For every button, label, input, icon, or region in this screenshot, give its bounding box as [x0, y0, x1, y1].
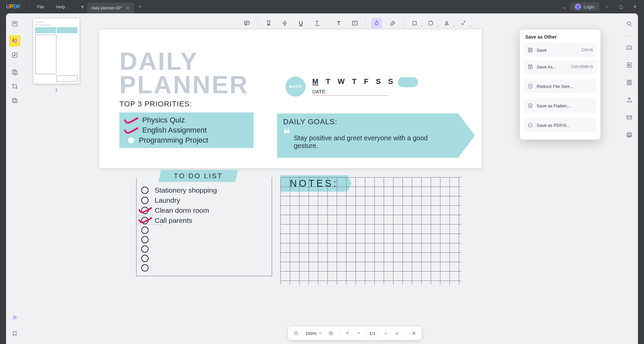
annotation-selection[interactable] — [138, 215, 161, 225]
login-button[interactable]: 👤 Login — [570, 2, 599, 11]
todo-row: Stationery shopping — [141, 185, 267, 195]
save-flatten-button[interactable]: Save as Flatten... — [524, 99, 596, 113]
svg-rect-38 — [628, 82, 630, 84]
todo-checkbox — [141, 255, 149, 262]
page-control-bar: 189% ▼ 1 / 1 ✕ — [288, 327, 422, 340]
tool-pencil-icon[interactable] — [371, 18, 382, 29]
page-thumbnail[interactable]: DAILYPLANNER — [33, 18, 80, 84]
weekday-4: F — [364, 77, 368, 86]
tab-list-dropdown[interactable]: ▾ — [78, 2, 87, 11]
checkmark-icon — [139, 206, 153, 214]
tool-stamp-icon[interactable]: ▾ — [441, 18, 452, 29]
priority-text: Physics Quiz — [142, 116, 185, 125]
flatten-icon — [527, 103, 533, 109]
zoom-level[interactable]: 189% ▼ — [303, 331, 324, 336]
avatar-icon: 👤 — [575, 4, 581, 10]
close-bottombar-button[interactable]: ✕ — [409, 329, 418, 338]
tool-crop-icon[interactable] — [9, 81, 20, 92]
priority-row: Physics Quiz — [124, 115, 249, 125]
prev-page-button[interactable] — [354, 329, 364, 338]
goals-text: Stay positive and greet everyone with a … — [294, 134, 452, 150]
first-page-button[interactable] — [343, 329, 352, 338]
print-icon[interactable] — [624, 129, 635, 141]
tool-highlight-icon[interactable] — [263, 18, 274, 29]
share-icon[interactable] — [624, 94, 635, 106]
tool-reader-icon[interactable] — [9, 18, 20, 30]
save-button[interactable]: Save Ctrl+S — [524, 43, 596, 57]
tab-close-icon[interactable]: ✕ — [126, 5, 130, 11]
compress-icon — [527, 83, 533, 89]
weekday-3: T — [352, 77, 357, 86]
tool-organize-icon[interactable] — [9, 66, 20, 78]
todo-row: Clean dorm room — [141, 205, 267, 215]
tool-sticker-icon[interactable]: ▾ — [425, 18, 436, 29]
ocr-icon[interactable]: OCR — [624, 42, 635, 53]
email-icon[interactable] — [624, 112, 635, 123]
last-page-button[interactable] — [392, 329, 402, 338]
todo-row — [141, 254, 267, 263]
save-as-other-popup: Save as Other Save Ctrl+S Save As... Ctr… — [520, 30, 600, 140]
tool-layers-icon[interactable] — [9, 312, 20, 324]
save-icon — [527, 47, 533, 53]
priority-text: Programming Project — [139, 136, 208, 145]
tool-signature-icon[interactable]: ▾ — [458, 18, 468, 29]
menu-file[interactable]: File — [31, 4, 50, 9]
tool-eraser-icon[interactable] — [387, 18, 398, 29]
todo-row — [141, 226, 267, 235]
date-label: DATE: — [312, 89, 327, 94]
save-as-shortcut: Ctrl+Shift+S — [571, 64, 593, 69]
tab-add-button[interactable]: + — [139, 4, 142, 10]
save-popup-title: Save as Other — [524, 34, 596, 43]
todo-checkbox — [141, 264, 149, 272]
todo-checkbox — [141, 187, 149, 194]
svg-rect-41 — [627, 134, 632, 136]
svg-text:OCR: OCR — [627, 47, 632, 49]
tool-redact-icon[interactable] — [9, 95, 20, 106]
checkmark-icon — [124, 116, 138, 124]
window-minimize-button[interactable]: ─ — [600, 2, 613, 12]
tool-comment-icon[interactable] — [9, 35, 20, 47]
svg-line-22 — [332, 334, 333, 335]
svg-rect-25 — [529, 50, 531, 52]
svg-point-15 — [446, 21, 447, 23]
goals-heading: DAILY GOALS: — [283, 117, 452, 126]
tool-textbox-icon[interactable] — [350, 18, 360, 29]
protect-icon[interactable] — [624, 77, 635, 88]
document-viewport: ▾ ▾ ▾ ▾ DAILY PLANNER TOP 3 PRIORITIES: … — [89, 13, 621, 344]
pdfa-icon: PDF/A — [527, 122, 533, 128]
tool-bookmark-icon[interactable] — [9, 328, 20, 339]
tool-shape-icon[interactable]: ▾ — [409, 18, 420, 29]
priorities-heading: TOP 3 PRIORITIES: — [119, 100, 462, 108]
todo-text: Stationery shopping — [155, 186, 217, 194]
menu-help[interactable]: Help — [50, 4, 71, 9]
tool-squiggly-icon[interactable] — [312, 18, 322, 29]
reduce-file-size-button[interactable]: Reduce File Size... — [524, 79, 596, 93]
checkmark-icon — [124, 126, 138, 134]
svg-rect-4 — [12, 70, 16, 74]
window-maximize-button[interactable]: ▢ — [614, 2, 627, 12]
save-as-button[interactable]: Save As... Ctrl+Shift+S — [524, 60, 596, 74]
window-close-button[interactable]: ✕ — [629, 2, 641, 12]
todo-text: Laundry — [155, 196, 180, 204]
tool-underline-icon[interactable] — [296, 18, 306, 29]
page-indicator[interactable]: 1 / 1 — [366, 329, 379, 338]
svg-rect-6 — [12, 98, 16, 102]
zoom-in-button[interactable] — [326, 329, 336, 338]
todo-row — [141, 244, 267, 254]
weekday-5: S — [376, 77, 381, 86]
search-icon[interactable] — [624, 18, 635, 30]
next-page-button[interactable] — [381, 329, 390, 338]
pdf-page[interactable]: DAILY PLANNER TOP 3 PRIORITIES: MOOD MTW… — [99, 30, 482, 168]
todo-row — [141, 263, 267, 273]
tool-text-icon[interactable] — [333, 18, 344, 29]
tool-strikethrough-icon[interactable] — [279, 18, 290, 29]
tab-document[interactable]: daliy-planner-03* ✕ — [87, 3, 134, 13]
tool-edit-icon[interactable] — [9, 49, 20, 61]
toolbar-overflow-icon[interactable]: ⌄ — [560, 2, 569, 12]
tool-note-icon[interactable] — [241, 18, 252, 29]
svg-rect-27 — [529, 65, 531, 66]
convert-icon[interactable] — [624, 59, 635, 71]
weekday-6: S — [388, 77, 393, 86]
save-pdfa-button[interactable]: PDF/A Save as PDF/A... — [524, 118, 596, 132]
zoom-out-button[interactable] — [291, 329, 301, 338]
